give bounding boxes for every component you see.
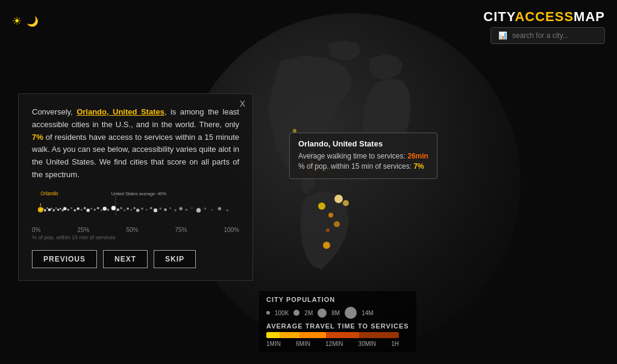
logo-access: ACCESS <box>515 9 574 24</box>
svg-point-38 <box>86 209 90 212</box>
svg-point-67 <box>218 207 222 210</box>
header: ☀ 🌙 CITYACCESSMAP 📊 search for a city... <box>0 0 617 42</box>
logo-city: CITY <box>483 9 515 24</box>
axis-caption: % of pop. within 15 min of services <box>32 234 239 240</box>
svg-point-31 <box>63 207 67 210</box>
axis-labels: 0% 25% 50% 75% 100% <box>32 227 239 233</box>
svg-point-36 <box>81 209 83 210</box>
pop-label-3: 8M <box>331 310 340 316</box>
search-bar[interactable]: 📊 search for a city... <box>490 27 605 44</box>
svg-point-26 <box>53 209 55 212</box>
svg-point-43 <box>102 207 106 210</box>
svg-point-27 <box>55 207 57 209</box>
tooltip-row-1: Average walking time to services: 26min <box>298 152 428 160</box>
pop-dot-1 <box>266 311 270 315</box>
svg-point-48 <box>124 209 125 211</box>
pop-label-2: 2M <box>304 310 313 316</box>
svg-point-49 <box>127 207 129 210</box>
travel-labels: 1MIN 6MIN 12MIN 30MIN 1H <box>266 340 399 347</box>
svg-point-66 <box>211 209 213 210</box>
pop-dot-4 <box>345 307 357 319</box>
svg-point-30 <box>61 209 64 212</box>
svg-point-63 <box>191 207 193 209</box>
tooltip-row-2: % of pop. within 15 min of services: 7% <box>298 162 428 171</box>
svg-point-57 <box>159 207 161 210</box>
svg-point-64 <box>196 208 201 212</box>
svg-point-4 <box>318 202 325 210</box>
svg-point-52 <box>136 209 140 212</box>
svg-point-24 <box>48 208 51 211</box>
sun-icon: ☀ <box>12 14 22 28</box>
close-button[interactable]: X <box>240 99 245 108</box>
pct-highlight: 7% <box>32 133 43 142</box>
travel-legend-title: AVERAGE TRAVEL TIME TO SERVICES <box>266 322 409 330</box>
svg-point-55 <box>150 207 152 209</box>
svg-point-60 <box>174 209 177 212</box>
svg-point-6 <box>334 221 340 227</box>
svg-point-65 <box>204 207 207 210</box>
svg-point-69 <box>38 207 43 212</box>
svg-point-15 <box>323 242 330 249</box>
search-placeholder: search for a city... <box>512 31 569 40</box>
svg-point-44 <box>107 209 109 211</box>
skip-button[interactable]: SKIP <box>154 250 196 268</box>
sidebar-panel: X Conversely, Orlando, United States, is… <box>18 93 253 281</box>
svg-point-29 <box>60 208 61 210</box>
svg-point-61 <box>179 207 183 210</box>
svg-point-32 <box>67 209 69 211</box>
svg-text:United States average: 40%: United States average: 40% <box>111 191 167 196</box>
svg-point-68 <box>226 209 228 212</box>
svg-point-51 <box>133 207 136 209</box>
svg-point-14 <box>343 200 349 206</box>
next-button[interactable]: NEXT <box>103 250 148 268</box>
dot-plot-svg: Orlando United States average: 40% <box>32 190 239 223</box>
svg-point-5 <box>328 213 333 218</box>
tooltip-arrow <box>342 172 354 179</box>
svg-point-39 <box>90 208 92 210</box>
legend: CITY POPULATION 100K 2M 8M 14M AVERAGE T… <box>259 291 416 352</box>
city-highlight: Orlando, United States <box>77 107 164 116</box>
search-icon: 📊 <box>498 31 507 40</box>
svg-point-50 <box>130 209 132 210</box>
svg-point-37 <box>84 207 86 209</box>
logo-map: MAP <box>574 9 605 24</box>
travel-bar <box>266 332 399 338</box>
svg-point-25 <box>51 208 52 210</box>
svg-point-58 <box>164 208 167 211</box>
app-logo: CITYACCESSMAP <box>483 9 605 25</box>
pop-dot-2 <box>293 310 299 316</box>
svg-point-34 <box>74 209 76 212</box>
tooltip-title: Orlando, United States <box>298 139 428 148</box>
sidebar-text: Conversely, Orlando, United States, is a… <box>32 106 239 181</box>
population-dots: 100K 2M 8M 14M <box>266 307 409 319</box>
svg-point-45 <box>111 206 116 210</box>
svg-point-47 <box>120 207 122 209</box>
pop-label-4: 14M <box>362 310 373 316</box>
svg-point-54 <box>146 209 148 210</box>
svg-point-56 <box>154 208 157 212</box>
pop-dot-3 <box>318 309 327 318</box>
svg-point-7 <box>326 228 330 232</box>
svg-text:Orlando: Orlando <box>40 191 58 196</box>
svg-point-59 <box>169 207 171 209</box>
map-tooltip: Orlando, United States Average walking t… <box>289 133 437 179</box>
previous-button[interactable]: PREVIOUS <box>32 250 97 268</box>
svg-point-23 <box>46 207 48 209</box>
svg-point-42 <box>101 209 102 211</box>
svg-point-22 <box>44 209 46 212</box>
svg-point-41 <box>97 207 99 209</box>
nav-buttons: PREVIOUS NEXT SKIP <box>32 250 239 268</box>
svg-point-13 <box>334 195 343 203</box>
svg-point-53 <box>141 207 143 210</box>
pop-legend-title: CITY POPULATION <box>266 296 409 303</box>
svg-point-40 <box>93 209 96 211</box>
svg-point-46 <box>116 208 119 211</box>
svg-point-62 <box>186 209 188 211</box>
dot-plot: Orlando United States average: 40% <box>32 190 239 240</box>
moon-icon: 🌙 <box>27 16 39 27</box>
pop-label-1: 100K <box>275 310 289 316</box>
svg-point-33 <box>70 207 72 209</box>
svg-point-35 <box>77 207 80 210</box>
theme-toggle[interactable]: ☀ 🌙 <box>12 14 39 28</box>
svg-point-28 <box>57 209 60 211</box>
